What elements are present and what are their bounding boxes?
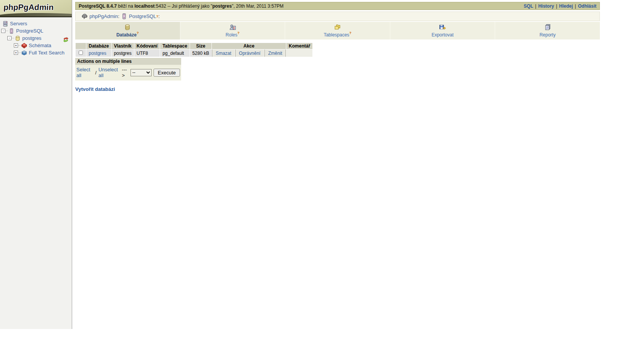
tab-label: Databáze	[116, 32, 137, 38]
unselect-all-link[interactable]: Unselect all	[99, 67, 120, 78]
top-status-bar: PostgreSQL 8.4.7 běží na localhost:5432 …	[75, 2, 600, 10]
drop-database-link[interactable]: Smazat	[216, 51, 231, 56]
row-checkbox[interactable]	[79, 51, 83, 55]
phppgadmin-page: phpPgAdmin Servers -	[0, 0, 644, 352]
sql-link[interactable]: SQL	[524, 3, 533, 9]
header-size: Size	[190, 43, 211, 49]
schemas-icon	[21, 43, 27, 49]
header-owner: Vlastník	[112, 43, 134, 49]
sidebar-item-postgres-db[interactable]: - postgres	[0, 35, 72, 42]
history-link[interactable]: History	[538, 3, 554, 9]
refresh-icon[interactable]	[63, 36, 69, 43]
header-actions: Akce	[212, 43, 286, 49]
multi-actions-title: Actions on multiple lines	[75, 58, 181, 65]
tab-label: Reporty	[540, 32, 556, 38]
server-status-text: PostgreSQL 8.4.7 běží na localhost:5432 …	[79, 3, 284, 9]
tab-label: Tablespaces	[324, 32, 349, 38]
tab-reports[interactable]: Reporty	[495, 22, 600, 39]
database-link[interactable]: postgres	[89, 51, 106, 56]
table-row: postgres postgres UTF8 pg_default 5280 k…	[76, 49, 312, 57]
owner-cell: postgres	[112, 49, 134, 57]
arrow-text: --->	[122, 67, 129, 78]
tab-tablespaces[interactable]: Tablespaces?	[285, 22, 390, 39]
tablespace-cell: pg_default	[160, 49, 189, 57]
comment-cell	[286, 49, 312, 57]
host-name: localhost	[134, 3, 155, 9]
sidebar-item-label[interactable]: postgres	[22, 35, 41, 41]
postgresql-link[interactable]: PostgreSQL	[129, 13, 156, 19]
logo-text: phpPgAdmin	[3, 3, 54, 12]
phppgadmin-logo: phpPgAdmin	[0, 0, 72, 17]
reports-icon	[544, 24, 551, 31]
expand-toggle[interactable]: +	[14, 43, 18, 48]
expand-toggle[interactable]: +	[14, 51, 18, 55]
user-name: postgres	[212, 3, 232, 9]
tab-roles[interactable]: Roles?	[180, 22, 286, 39]
execute-button[interactable]: Execute	[154, 69, 180, 77]
alter-database-link[interactable]: Změnit	[268, 51, 282, 56]
header-encoding: Kódovaní	[134, 43, 160, 49]
header-database: Databáze	[86, 43, 111, 49]
tab-export[interactable]: Exportovat	[390, 22, 495, 39]
server-version: PostgreSQL 8.4.7	[79, 3, 117, 9]
databases-icon	[124, 24, 131, 31]
header-tablespace: Tablespace	[160, 43, 189, 49]
tree-connector	[12, 38, 14, 38]
tab-bar: Databáze? Roles? Tablespaces?	[75, 22, 600, 39]
tree-connector	[5, 31, 8, 31]
sidebar-item-full-text-search[interactable]: + Full Text Search	[0, 49, 72, 56]
database-icon	[15, 35, 21, 41]
sidebar-item-label[interactable]: Servers	[10, 21, 27, 26]
server-tree: Servers - PostgreSQL -	[0, 17, 72, 56]
tab-label: Roles	[226, 32, 238, 38]
logout-link[interactable]: Odhlásit	[578, 3, 596, 9]
main-content: PostgreSQL 8.4.7 běží na localhost:5432 …	[75, 2, 600, 92]
elephant-icon	[81, 13, 88, 20]
export-icon	[439, 24, 446, 31]
header-checkbox	[76, 43, 86, 49]
topbar-links: SQL|History|Hledej|Odhlásit	[524, 3, 596, 9]
roles-icon	[229, 24, 236, 31]
sidebar-item-postgresql[interactable]: - PostgreSQL	[0, 27, 72, 35]
find-link[interactable]: Hledej	[559, 3, 573, 9]
phppgadmin-link[interactable]: phpPgAdmin	[89, 13, 118, 19]
tab-databases[interactable]: Databáze?	[75, 22, 180, 39]
select-all-link[interactable]: Select all	[76, 67, 93, 78]
sidebar-item-schemas[interactable]: + Schémata	[0, 42, 72, 49]
multi-actions-controls: Select all / Unselect all ---> -- Execut…	[75, 65, 181, 81]
fts-icon	[21, 50, 27, 56]
header-comment: Komentář	[286, 43, 312, 49]
databases-table: Databáze Vlastník Kódovaní Tablespace Si…	[75, 43, 313, 57]
tab-label: Exportovat	[431, 32, 453, 38]
multi-actions-panel: Actions on multiple lines Select all / U…	[75, 58, 181, 81]
sidebar-item-label[interactable]: Full Text Search	[29, 50, 64, 56]
sidebar-item-label[interactable]: Schémata	[29, 43, 51, 48]
size-cell: 5280 kB	[190, 49, 211, 57]
collapse-toggle[interactable]: -	[1, 29, 5, 33]
sidebar: phpPgAdmin Servers -	[0, 0, 72, 329]
tree-connector	[18, 45, 21, 46]
servers-icon	[2, 21, 8, 27]
tablespaces-icon	[334, 24, 341, 31]
encoding-cell: UTF8	[134, 49, 160, 57]
multi-action-select[interactable]: --	[130, 69, 152, 76]
collapse-toggle[interactable]: -	[7, 36, 12, 40]
breadcrumb: phpPgAdmin: PostgreSQL?:	[75, 12, 600, 21]
privileges-link[interactable]: Oprávnění	[239, 51, 261, 56]
server-icon	[8, 28, 15, 34]
table-header-row: Databáze Vlastník Kódovaní Tablespace Si…	[76, 43, 312, 49]
sidebar-item-servers[interactable]: Servers	[0, 20, 72, 27]
tree-connector	[18, 53, 21, 53]
server-icon	[121, 13, 127, 20]
sidebar-item-label[interactable]: PostgreSQL	[16, 28, 43, 34]
create-database-link[interactable]: Vytvořit databázi	[75, 86, 115, 92]
